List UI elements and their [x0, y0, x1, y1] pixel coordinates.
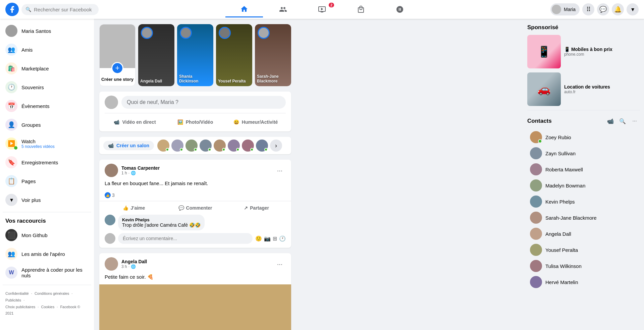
contacts-video-button[interactable]: 📹: [605, 116, 616, 126]
kevin-name[interactable]: Kevin Phelps: [122, 217, 201, 222]
grid-icon[interactable]: ⊞: [273, 235, 277, 242]
stories-container: + Créer une story Angela Dall Shania Dic…: [99, 24, 291, 86]
shortcut-github[interactable]: ⬛ Mon Github: [3, 226, 91, 244]
contact-kevin[interactable]: Kevin Phelps: [527, 194, 640, 210]
amis-icon: 👥: [5, 44, 17, 56]
contact-zayn[interactable]: Zayn Sullivan: [527, 145, 640, 161]
contact-roberta[interactable]: Roberta Maxwell: [527, 161, 640, 177]
footer-choix[interactable]: Choix publicitaires: [5, 305, 35, 309]
contact-avatar-roberta: [530, 163, 542, 175]
ad-mobiles-source: phone.com: [564, 52, 612, 57]
story-sarah[interactable]: Sarah-Jane Blackmore: [255, 24, 291, 86]
room-av-2[interactable]: [171, 140, 183, 152]
watch-sub: 5 nouvelles vidéos: [21, 144, 55, 149]
video-action-btn[interactable]: 📹 Vidéo en direct: [105, 117, 165, 127]
coder-icon: W: [5, 267, 17, 279]
nav-marketplace-button[interactable]: [342, 1, 380, 17]
user-pill[interactable]: Maria: [550, 3, 580, 15]
create-salon-button[interactable]: 📹 Créer un salon: [103, 141, 154, 150]
evenements-label: Évènements: [21, 103, 49, 109]
emoji-icon[interactable]: 🙂: [255, 235, 262, 242]
profile-name: Maria Santos: [21, 28, 51, 34]
coder-label: Apprendre à coder pour les nuls: [21, 267, 89, 278]
settings-button[interactable]: ▾: [627, 3, 639, 15]
post-angela-user: Angela Dall 3 h · 🌐: [105, 257, 147, 271]
sidebar-item-evenements[interactable]: 📅 Évènements: [3, 97, 91, 115]
room-av-5[interactable]: [214, 140, 226, 152]
post-box-actions: 📹 Vidéo en direct 🖼️ Photo/Vidéo 😀 Humeu…: [105, 113, 286, 127]
sidebar-item-marketplace[interactable]: 🛍️ Marketplace: [3, 59, 91, 78]
contact-avatar-tulisa: [530, 260, 542, 272]
sidebar-item-groupes[interactable]: 👤 Groupes: [3, 115, 91, 134]
humeur-action-btn[interactable]: 😀 Humeur/Activité: [225, 117, 286, 127]
sidebar-item-amis[interactable]: 👥 Amis: [3, 40, 91, 59]
comment-icons: 🙂 📷 ⊞ 🕐: [255, 235, 286, 242]
contacts-search-button[interactable]: 🔍: [617, 116, 628, 126]
contact-herve[interactable]: Hervé Martelin: [527, 274, 640, 290]
ad-mobiles[interactable]: 📱 📱 Mobiles à bon prix phone.com: [527, 35, 640, 68]
contact-avatar-kevin: [530, 196, 542, 208]
story-angela[interactable]: Angela Dall: [138, 24, 174, 86]
watch-label: Watch: [21, 139, 55, 144]
search-box[interactable]: 🔍: [21, 4, 99, 15]
contact-tulisa[interactable]: Tulisa Wilkinson: [527, 258, 640, 274]
room-av-1[interactable]: [157, 140, 169, 152]
tomas-comment-button[interactable]: 💬 Commenter: [165, 203, 226, 213]
contacts-more-button[interactable]: ···: [629, 116, 640, 126]
footer-cookies[interactable]: Cookies: [41, 305, 54, 309]
voir-plus-button[interactable]: ▾ Voir plus: [3, 190, 91, 209]
contact-yousef[interactable]: Yousef Peralta: [527, 242, 640, 258]
tomas-share-button[interactable]: ↗ Partager: [226, 203, 287, 213]
footer-confidentialite[interactable]: Confidentialité: [5, 291, 29, 295]
menu-dots-button[interactable]: ⠿: [582, 3, 594, 15]
create-story-card[interactable]: + Créer une story: [99, 24, 136, 86]
post-tomas-more[interactable]: ···: [274, 164, 286, 176]
post-angela-name[interactable]: Angela Dall: [121, 259, 147, 264]
comment-icon: 💬: [178, 205, 184, 211]
contact-madelyn[interactable]: Madelyn Bowman: [527, 177, 640, 194]
search-input[interactable]: [34, 7, 95, 12]
nav-friends-button[interactable]: [264, 1, 302, 17]
story-yousef[interactable]: Yousef Peralta: [216, 24, 252, 86]
nav-watch-button[interactable]: 2: [303, 1, 341, 17]
room-av-8[interactable]: [256, 140, 268, 152]
story-shania[interactable]: Shania Dickinson: [177, 24, 213, 86]
nav-groups-button[interactable]: [381, 1, 419, 17]
rooms-more-button[interactable]: ›: [270, 140, 282, 152]
shortcut-apero[interactable]: 👥 Les amis de l'apéro: [3, 244, 91, 263]
shortcut-coder[interactable]: W Apprendre à coder pour les nuls: [3, 263, 91, 282]
camera-icon[interactable]: 📷: [264, 235, 271, 242]
notifications-button[interactable]: 🔔: [612, 3, 624, 15]
room-av-7[interactable]: [242, 140, 254, 152]
raccourcis-title: Vos raccourcis: [3, 215, 91, 226]
post-angela-more[interactable]: ···: [274, 258, 286, 270]
nav-home-button[interactable]: [225, 1, 263, 17]
sidebar-profile[interactable]: Maria Santos: [3, 21, 91, 40]
sidebar-item-souvenirs[interactable]: 🕐 Souvenirs: [3, 78, 91, 97]
tomas-like-button[interactable]: 👍 J'aime: [103, 203, 165, 213]
footer-conditions[interactable]: Conditions générales: [35, 291, 69, 295]
sidebar-item-watch[interactable]: ▶️ Watch 5 nouvelles vidéos: [3, 134, 91, 153]
clock-icon[interactable]: 🕐: [279, 235, 286, 242]
photo-icon: 🖼️: [177, 119, 183, 125]
ad-voitures[interactable]: 🚗 Location de voitures auto.fr: [527, 72, 640, 106]
post-tomas-name[interactable]: Tomas Carpenter: [121, 165, 160, 171]
contact-angela[interactable]: Angela Dall: [527, 226, 640, 242]
footer-publicites[interactable]: Publicités: [5, 298, 21, 302]
sidebar-item-pages[interactable]: 📋 Pages: [3, 172, 91, 190]
groupes-icon: 👤: [5, 119, 17, 131]
contact-zoey[interactable]: Zoey Rubio: [527, 129, 640, 145]
messenger-button[interactable]: 💬: [597, 3, 609, 15]
post-box-input[interactable]: Quoi de neuf, Maria ?: [121, 96, 286, 109]
room-av-4[interactable]: [200, 140, 212, 152]
comment-input[interactable]: [118, 233, 253, 244]
github-icon: ⬛: [5, 229, 17, 241]
contact-name-yousef: Yousef Peralta: [545, 247, 578, 253]
left-sidebar: Maria Santos 👥 Amis 🛍️ Marketplace 🕐 Sou…: [0, 19, 94, 330]
photo-action-btn[interactable]: 🖼️ Photo/Vidéo: [165, 117, 225, 127]
contact-sarah-jane[interactable]: Sarah-Jane Blackmore: [527, 210, 640, 226]
room-av-3[interactable]: [185, 140, 198, 152]
sidebar-item-enregistrements[interactable]: 🔖 Enregistrements: [3, 153, 91, 172]
room-av-6[interactable]: [228, 140, 240, 152]
contact-avatar-sarah-jane: [530, 212, 542, 224]
